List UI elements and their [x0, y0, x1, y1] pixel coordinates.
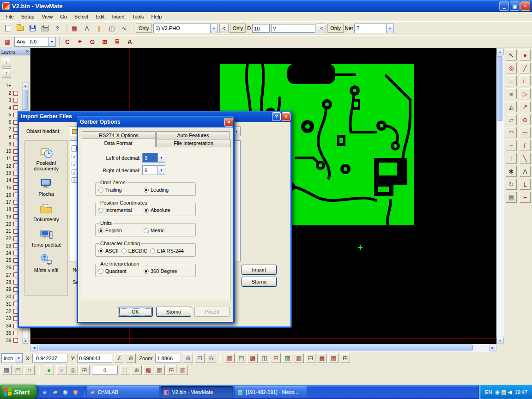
units-combo[interactable]: inch ▼ [1, 353, 23, 363]
layer-row[interactable]: 4 [0, 104, 22, 111]
route-icon[interactable]: Γ [520, 140, 531, 151]
folders-icon[interactable]: ▰ [51, 387, 59, 397]
steps-icon[interactable]: ≡ [506, 75, 517, 86]
context-help-icon[interactable]: ? [52, 23, 63, 33]
help-button[interactable]: ? [272, 112, 281, 121]
radio-quadrant[interactable]: Quadrant [98, 268, 141, 274]
arc-icon[interactable]: ◠ [506, 127, 517, 138]
aperture-list-icon[interactable]: A [81, 23, 92, 33]
layer-row[interactable]: 3 [0, 97, 22, 104]
grid-d-icon[interactable]: ⊟ [305, 353, 315, 363]
tray-blue-icon[interactable]: ◉ [495, 389, 499, 395]
maximize-button[interactable]: ▣ [510, 1, 520, 11]
target-dot-icon[interactable]: ⊙ [520, 114, 531, 125]
grid-b-icon[interactable]: ▦ [282, 353, 292, 363]
close-button[interactable]: × [520, 1, 530, 11]
any-combo[interactable]: Any (U) ▼ [14, 37, 56, 47]
mini-grid-icon[interactable]: ▦ [1, 365, 12, 375]
menu-edit[interactable]: Edit [92, 13, 108, 20]
radio-leading[interactable]: Leading [144, 187, 186, 193]
place-plocha[interactable]: Plocha [25, 177, 67, 197]
gear-icon[interactable]: ✱ [506, 166, 517, 177]
dialog-title-bar[interactable]: Gerber Options × [77, 116, 235, 127]
polyline-icon[interactable]: ∟ [520, 75, 531, 86]
layer-row[interactable]: 35 [0, 330, 22, 337]
task-v2-bin-viewmate[interactable]: ◧V2.bin - ViewMate [161, 386, 233, 398]
scroll-down-icon[interactable]: ▼ [496, 337, 504, 344]
tab-rs274-x-options[interactable]: RS274-X Options [82, 131, 156, 139]
layer-checkbox[interactable] [13, 338, 18, 343]
minimize-button[interactable]: _ [499, 1, 509, 11]
print-icon[interactable] [39, 23, 50, 33]
place-tento-po-ta[interactable]: Tento počítač [25, 228, 67, 248]
highlight-c-icon[interactable]: C [62, 36, 73, 47]
chevron-down-icon[interactable]: ▼ [48, 37, 55, 46]
parallelogram-icon[interactable]: ▱ [506, 114, 517, 125]
menu-select[interactable]: Select [71, 13, 92, 20]
menu-tools[interactable]: Tools [128, 13, 148, 20]
pointer-icon[interactable]: ↖ [506, 49, 517, 60]
ready-light-icon[interactable]: ● [44, 365, 54, 375]
layer-combo[interactable]: 1) V2.PHO ▼ [153, 24, 218, 33]
net-combo[interactable]: ? ▼ [354, 24, 394, 33]
pad-display-icon[interactable]: ▦ [224, 353, 235, 363]
rotate-icon[interactable]: ↻ [506, 179, 517, 190]
menu-view[interactable]: View [38, 13, 56, 20]
layer-row[interactable]: 1+ [0, 82, 22, 90]
triangle-icon[interactable]: ▷ [520, 88, 531, 99]
sketch-icon[interactable]: ╲ [520, 153, 531, 164]
cancel-button[interactable]: Storno [242, 277, 277, 287]
cancel-button[interactable]: Storno [156, 307, 191, 317]
tab-data-format[interactable]: Data Format [81, 139, 156, 147]
radio-ascii[interactable]: ASCII [98, 248, 119, 254]
tab-auto-features[interactable]: Auto Features [156, 131, 230, 139]
layer-move-up-button[interactable]: ↑ [2, 68, 11, 78]
layer-row[interactable]: 36 [0, 337, 22, 344]
outline-mode-icon[interactable]: ◫ [259, 353, 269, 363]
tray-volume-icon[interactable]: ◀ [508, 389, 512, 395]
probe-icon[interactable]: ○ [56, 365, 66, 375]
menu-insert[interactable]: Insert [108, 13, 128, 20]
arrow-ne-icon[interactable]: ↗ [520, 101, 531, 112]
line-icon[interactable]: ╱ [520, 62, 531, 73]
close-button[interactable]: × [282, 112, 290, 121]
zoom-out-icon[interactable]: ⊖ [206, 353, 216, 363]
browser-orange-icon[interactable]: ◉ [71, 387, 79, 397]
place-posledn-dokumenty[interactable]: Poslední dokumenty [25, 146, 67, 171]
scroll-down-icon[interactable]: ▼ [23, 338, 28, 344]
zoom-in-icon[interactable]: ⊕ [183, 353, 193, 363]
layer-move-down-button[interactable]: ↓ [2, 58, 11, 67]
dcode-bars-icon[interactable]: ∥ [94, 23, 105, 33]
left-of-decimal-combo[interactable]: 3 ▼ [142, 153, 165, 163]
ruler-icon[interactable]: L [520, 179, 531, 190]
layer-row[interactable]: 2 [0, 90, 22, 97]
hscroll-thumb[interactable] [39, 345, 473, 351]
scroll-left-icon[interactable]: ◀ [30, 344, 38, 351]
language-indicator[interactable]: EN [485, 389, 492, 395]
only-layer-toggle[interactable]: Only [136, 24, 152, 33]
prev-dcode-button[interactable]: < [317, 24, 326, 33]
chevron-down-icon[interactable]: ▼ [15, 354, 22, 363]
zoom-window-icon[interactable]: ⊡ [194, 353, 205, 363]
radio-eia-rs-244[interactable]: EIA RS-244 [150, 248, 183, 254]
save-icon[interactable] [27, 23, 38, 33]
new-file-icon[interactable] [2, 23, 13, 33]
grid-dots-icon[interactable]: ▦ [69, 23, 80, 33]
radio-english[interactable]: English [98, 228, 141, 233]
only-dcode-toggle[interactable]: Only [230, 24, 246, 33]
target-icon[interactable]: ⌖ [74, 36, 85, 47]
dcode-input[interactable]: 10 [252, 24, 270, 33]
layer-scroll-thumb[interactable] [23, 90, 28, 110]
prev-layer-button[interactable]: < [219, 24, 229, 33]
hash-icon[interactable]: ⌗ [24, 365, 35, 375]
text-tool-icon[interactable]: A [520, 166, 531, 177]
scroll-up-icon[interactable]: ▲ [496, 48, 504, 55]
menu-help[interactable]: Help [148, 13, 166, 20]
close-icon[interactable]: × [26, 49, 29, 54]
ok-button[interactable]: OK [118, 307, 153, 317]
only-net-toggle[interactable]: Only [327, 24, 344, 33]
grid-c-icon[interactable]: ▥ [294, 353, 304, 363]
highlight-g-icon[interactable]: G [87, 36, 98, 47]
radio-metric[interactable]: Metric [144, 228, 186, 233]
scroll-right-icon[interactable]: ▶ [489, 344, 496, 351]
